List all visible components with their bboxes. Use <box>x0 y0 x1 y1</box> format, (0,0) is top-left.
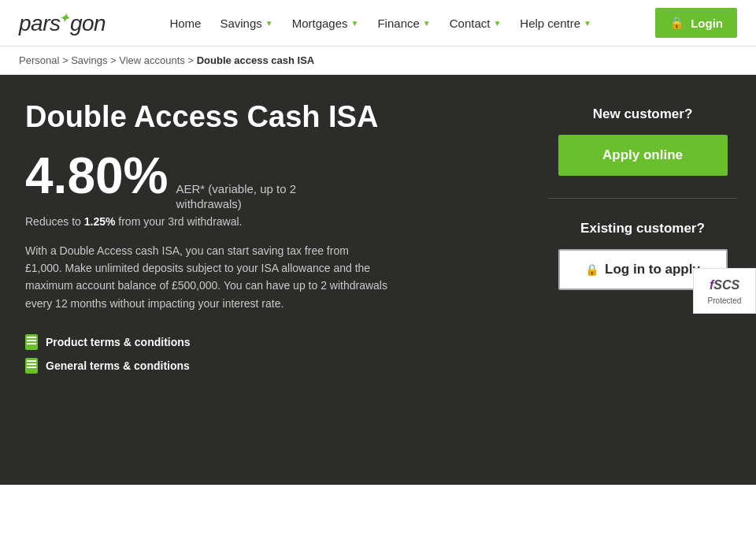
login-lock-icon: 🔒 <box>585 263 598 276</box>
nav-item-home[interactable]: Home <box>169 17 201 30</box>
fscs-badge: fSCS Protected <box>693 268 756 314</box>
main-nav: Home Savings ▼ Mortgages ▼ Finance ▼ Con… <box>169 17 591 30</box>
fscs-logo: fSCS <box>702 277 747 293</box>
nav-item-mortgages[interactable]: Mortgages ▼ <box>292 17 359 30</box>
help-chevron-icon: ▼ <box>584 19 591 28</box>
main-content: Double Access Cash ISA 4.80% AER* (varia… <box>0 75 756 485</box>
fscs-protected-label: Protected <box>702 296 747 305</box>
header: pars✦gon Home Savings ▼ Mortgages ▼ Fina… <box>0 0 756 47</box>
product-description: With a Double Access cash ISA, you can s… <box>25 242 387 313</box>
breadcrumb-view-accounts[interactable]: View accounts <box>119 54 185 66</box>
nav-item-savings[interactable]: Savings ▼ <box>220 17 272 30</box>
breadcrumb-personal[interactable]: Personal <box>19 54 59 66</box>
product-terms-link[interactable]: Product terms & conditions <box>25 334 517 350</box>
logo-text: pars✦gon <box>19 9 106 36</box>
breadcrumb-savings[interactable]: Savings <box>71 54 107 66</box>
divider <box>548 198 737 199</box>
rate-note: Reduces to 1.25% from your 3rd withdrawa… <box>25 215 517 228</box>
nav-item-finance[interactable]: Finance ▼ <box>377 17 430 30</box>
login-button[interactable]: 🔒 Login <box>655 8 737 38</box>
logo[interactable]: pars✦gon <box>19 9 106 36</box>
new-customer-section: New customer? Apply online <box>548 106 737 176</box>
rate-display: 4.80% AER* (variable, up to 2 withdrawal… <box>25 151 517 212</box>
apply-online-button[interactable]: Apply online <box>558 135 728 176</box>
breadcrumb: Personal > Savings > View accounts > Dou… <box>0 47 756 75</box>
rate-detail: AER* (variable, up to 2 withdrawals) <box>176 181 296 212</box>
breadcrumb-current: Double access cash ISA <box>197 54 315 66</box>
nav-item-contact[interactable]: Contact ▼ <box>450 17 502 30</box>
document-links: Product terms & conditions General terms… <box>25 334 517 374</box>
left-panel: Double Access Cash ISA 4.80% AER* (varia… <box>25 100 517 460</box>
general-terms-link[interactable]: General terms & conditions <box>25 358 517 374</box>
new-customer-title: New customer? <box>593 106 693 122</box>
existing-customer-title: Existing customer? <box>580 221 705 236</box>
finance-chevron-icon: ▼ <box>423 19 431 28</box>
page-title: Double Access Cash ISA <box>25 100 517 135</box>
mortgages-chevron-icon: ▼ <box>351 19 359 28</box>
document-icon-2 <box>25 358 38 374</box>
logo-spark: ✦ <box>58 10 70 26</box>
savings-chevron-icon: ▼ <box>265 19 273 28</box>
contact-chevron-icon: ▼ <box>493 19 501 28</box>
rate-number: 4.80% <box>25 151 168 201</box>
lock-icon: 🔒 <box>669 16 684 30</box>
nav-item-help[interactable]: Help centre ▼ <box>520 17 591 30</box>
document-icon-1 <box>25 334 38 350</box>
